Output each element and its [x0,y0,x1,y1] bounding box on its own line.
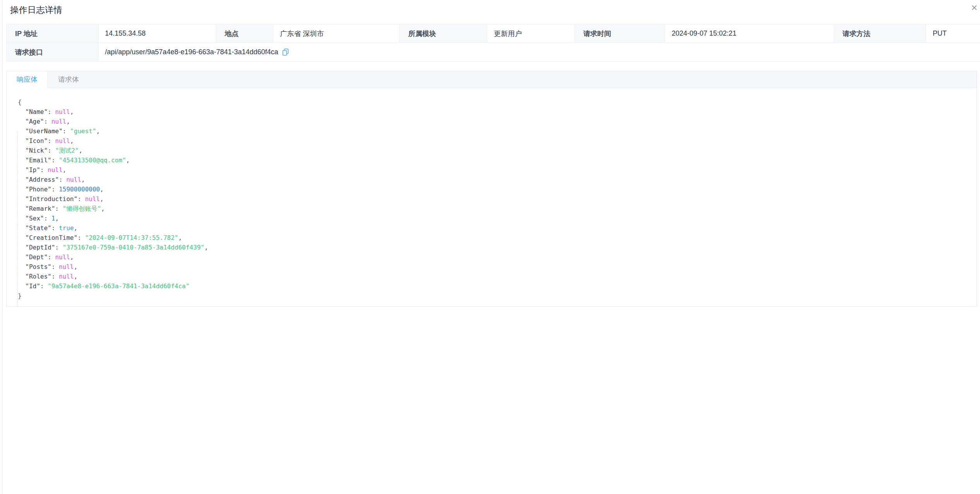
field-label-ip: IP 地址 [7,24,98,43]
response-json-viewer: { "Name": null, "Age": null, "UserName":… [7,88,977,307]
json-line: "Address": null, [18,175,969,184]
page-title: 操作日志详情 [10,4,62,16]
json-line: { [18,97,969,107]
field-label-module: 所属模块 [400,24,487,43]
close-icon[interactable]: × [971,2,977,13]
field-value-api-cell: /api/app/user/9a57a4e8-e196-663a-7841-3a… [98,43,980,62]
api-path-text: /api/app/user/9a57a4e8-e196-663a-7841-3a… [105,48,278,56]
field-value-ip: 14.155.34.58 [98,24,216,43]
json-line: "CreationTime": "2024-09-07T14:37:55.782… [18,233,969,243]
field-label-method: 请求方法 [834,24,926,43]
json-line: "Posts": null, [18,262,969,272]
json-code-block: { "Name": null, "Age": null, "UserName":… [18,97,969,301]
field-value-location: 广东省 深圳市 [273,24,400,43]
json-line: "Sex": 1, [18,213,969,223]
field-value-request-time: 2024-09-07 15:02:21 [665,24,834,43]
json-line: "State": true, [18,223,969,233]
json-line: "DeptId": "375167e0-759a-0410-7a85-3a14d… [18,243,969,252]
json-line: "Nick": "测试2", [18,146,969,155]
field-label-request-time: 请求时间 [575,24,665,43]
tab-bar: 响应体 请求体 [7,71,977,88]
field-label-api: 请求接口 [7,43,98,62]
copy-icon[interactable] [282,48,290,56]
operation-log-detail-drawer: { "drawer": { "title": "操作日志详情", "close_… [0,0,980,494]
body-tabs-card: 响应体 请求体 { "Name": null, "Age": null, "Us… [6,71,977,307]
json-line: "Email": "454313500@qq.com", [18,155,969,165]
json-line: "UserName": "guest", [18,126,969,136]
field-label-location: 地点 [216,24,273,43]
json-line: "Age": null, [18,117,969,126]
tab-response-body[interactable]: 响应体 [7,71,48,88]
json-line: "Introduction": null, [18,194,969,204]
json-line: "Dept": null, [18,252,969,262]
json-line: "Phone": 15900000000, [18,184,969,194]
drawer-left-edge [2,0,3,494]
json-line: "Icon": null, [18,136,969,146]
json-line: } [18,291,969,301]
json-line: "Id": "9a57a4e8-e196-663a-7841-3a14dd60f… [18,281,969,291]
log-details-table: IP 地址 14.155.34.58 地点 广东省 深圳市 所属模块 更新用户 … [6,24,980,62]
tab-request-body[interactable]: 请求体 [48,71,89,88]
json-line: "Name": null, [18,107,969,117]
field-value-module: 更新用户 [487,24,575,43]
json-line: "Roles": null, [18,272,969,281]
indent-guide-line [17,132,18,307]
json-line: "Ip": null, [18,165,969,175]
json-line: "Remark": "懒得创账号", [18,204,969,213]
field-value-method: PUT [926,24,980,43]
